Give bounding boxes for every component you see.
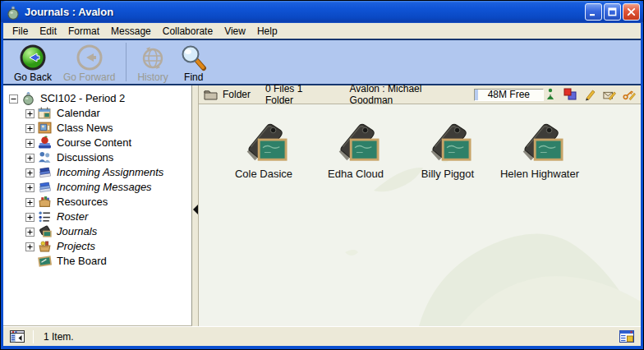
menu-collaborate[interactable]: Collaborate: [157, 25, 218, 38]
tree-item-label: Incoming Assignments: [57, 166, 163, 178]
expand-plus-icon[interactable]: [25, 138, 34, 147]
journal-book-icon: [38, 224, 52, 238]
expand-plus-icon[interactable]: [25, 108, 34, 117]
tree-root-course[interactable]: SCI102 - Period 2: [3, 90, 191, 105]
collapse-minus-icon[interactable]: [9, 94, 18, 103]
folder-actions: [544, 88, 636, 101]
find-label: Find: [184, 71, 203, 83]
journal-book-icon: [332, 117, 380, 165]
tree-item-label: Discussions: [57, 151, 113, 163]
toolbar: Go Back Go Forward: [3, 39, 641, 85]
expand-plus-icon[interactable]: [25, 123, 34, 132]
journal-item-edha[interactable]: Edha Cloud: [315, 117, 396, 180]
tree-root-label: SCI102 - Period 2: [40, 92, 125, 104]
overlap-squares-button[interactable]: [564, 88, 577, 101]
tree-item-journals[interactable]: Journals: [3, 223, 191, 238]
close-button[interactable]: [623, 3, 640, 21]
expand-plus-icon[interactable]: [25, 212, 34, 221]
title-bar: Journals : Avalon: [1, 1, 643, 23]
status-bar: 1 Item.: [3, 326, 641, 346]
tree-item-incoming-messages[interactable]: Incoming Messages: [3, 179, 191, 194]
journal-item-cole[interactable]: Cole Dasice: [223, 117, 304, 180]
menu-view[interactable]: View: [218, 25, 251, 38]
expand-plus-icon[interactable]: [25, 168, 34, 177]
tree-item-incoming-assignments[interactable]: Incoming Assignments: [3, 164, 191, 179]
journal-book-icon: [240, 117, 288, 165]
journal-name: Billy Piggot: [421, 168, 474, 180]
envelope-pencil-button[interactable]: [603, 88, 616, 101]
journal-name: Edha Cloud: [328, 168, 384, 180]
go-forward-button: Go Forward: [58, 40, 121, 84]
menu-message[interactable]: Message: [105, 25, 157, 38]
tree-item-resources[interactable]: Resources: [3, 194, 191, 209]
tree-item-discussions[interactable]: Discussions: [3, 150, 191, 164]
tree-item-label: Incoming Messages: [57, 181, 152, 193]
class-news-icon: [38, 121, 52, 135]
folder-info-bar: Folder 0 Files 1 Folder Avalon : Michael…: [199, 85, 641, 104]
toggle-tree-panel-button[interactable]: [10, 330, 25, 343]
collapse-panel-arrow-icon[interactable]: [192, 204, 199, 219]
go-back-icon: [19, 43, 47, 71]
journal-book-icon: [516, 117, 564, 165]
main-area: SCI102 - Period 2 Calendar Class News: [3, 85, 641, 326]
menu-file[interactable]: File: [7, 25, 34, 38]
find-button[interactable]: Find: [174, 40, 214, 84]
go-back-button[interactable]: Go Back: [8, 40, 58, 84]
journal-book-icon: [424, 117, 472, 165]
expand-plus-icon[interactable]: [25, 227, 34, 236]
book-stack-icon: [38, 165, 52, 179]
key-pencil-button[interactable]: [623, 88, 636, 101]
maximize-button[interactable]: [604, 3, 621, 21]
history-globe-icon: [139, 43, 167, 71]
tree-item-the-board[interactable]: The Board: [3, 253, 191, 268]
go-forward-icon: [76, 43, 104, 71]
calendar-icon: [38, 106, 52, 120]
layout-panes-button[interactable]: [619, 330, 634, 343]
journal-item-billy[interactable]: Billy Piggot: [407, 117, 488, 180]
apple-books-icon: [38, 136, 52, 150]
window-body: File Edit Format Message Collaborate Vie…: [3, 23, 641, 346]
tree-item-label: Projects: [57, 240, 95, 252]
journal-name: Helen Highwater: [500, 168, 579, 180]
toolbar-separator: [126, 43, 126, 81]
folder-panel: Folder 0 Files 1 Folder Avalon : Michael…: [199, 85, 641, 326]
menu-format[interactable]: Format: [62, 25, 105, 38]
tree-item-label: Journals: [57, 225, 97, 237]
menu-help[interactable]: Help: [251, 25, 283, 38]
tree-item-course-content[interactable]: Course Content: [3, 135, 191, 150]
folder-type-label: Folder: [223, 89, 251, 100]
window-title: Journals : Avalon: [25, 6, 585, 18]
minimize-button[interactable]: [585, 3, 602, 21]
navigation-tree: SCI102 - Period 2 Calendar Class News: [3, 85, 192, 326]
expand-plus-icon[interactable]: [25, 153, 34, 162]
menu-edit[interactable]: Edit: [34, 25, 62, 38]
journal-name: Cole Dasice: [235, 168, 292, 180]
pencil-button[interactable]: [583, 88, 596, 101]
tree-item-roster[interactable]: Roster: [3, 209, 191, 223]
free-space-fill: [475, 90, 478, 100]
roster-list-icon: [38, 210, 52, 223]
tree-item-class-news[interactable]: Class News: [3, 120, 191, 135]
folder-icon: [204, 89, 218, 100]
find-magnifier-icon: [180, 43, 208, 71]
free-space-label: 48M Free: [488, 89, 530, 100]
tree-item-label: The Board: [57, 255, 107, 267]
account-name: Avalon : Michael Goodman: [350, 83, 459, 106]
tree-item-label: Course Content: [57, 136, 131, 149]
person-button[interactable]: [544, 88, 557, 101]
tree-item-projects[interactable]: Projects: [3, 238, 191, 253]
menu-bar: File Edit Format Message Collaborate Vie…: [3, 23, 641, 39]
item-count-text: 1 Item.: [44, 331, 74, 343]
book-stack-icon: [38, 180, 52, 194]
expand-plus-icon[interactable]: [25, 182, 34, 191]
expand-plus-icon[interactable]: [25, 242, 34, 251]
tree-item-label: Calendar: [57, 107, 100, 119]
expand-plus-icon[interactable]: [25, 197, 34, 206]
journal-item-helen[interactable]: Helen Highwater: [499, 117, 580, 180]
projects-basket-icon: [38, 239, 52, 253]
panel-splitter[interactable]: [192, 85, 199, 326]
history-label: History: [137, 71, 168, 83]
tree-item-calendar[interactable]: Calendar: [3, 105, 191, 120]
flask-app-icon: [6, 5, 21, 20]
journal-grid: Cole Dasice: [199, 104, 641, 180]
